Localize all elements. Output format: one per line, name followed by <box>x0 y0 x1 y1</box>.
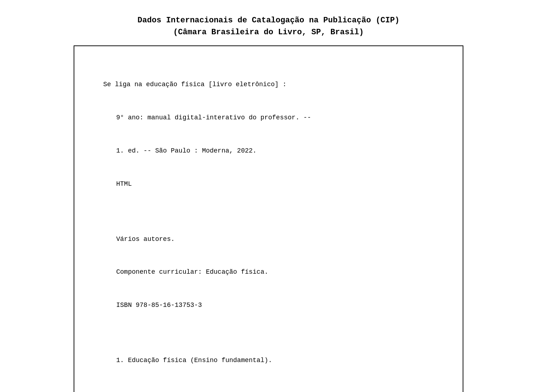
cip-main-line3: 1. ed. -- São Paulo : Moderna, 2022. <box>103 145 445 157</box>
header-title: Dados Internacionais de Catalogação na P… <box>74 14 463 38</box>
cip-box: Se liga na educação física [livro eletrô… <box>74 45 463 392</box>
page-container: Dados Internacionais de Catalogação na P… <box>52 0 485 392</box>
header-section: Dados Internacionais de Catalogação na P… <box>74 14 463 38</box>
cip-note1: Vários autores. <box>103 234 445 245</box>
cip-content: Se liga na educação física [livro eletrô… <box>103 57 445 388</box>
cip-main-line2: 9° ano: manual digital-interativo do pro… <box>103 112 445 123</box>
cip-note3: ISBN 978-85-16-13753-3 <box>103 300 445 311</box>
header-line1: Dados Internacionais de Catalogação na P… <box>74 14 463 26</box>
cip-main-line1: Se liga na educação física [livro eletrô… <box>103 79 445 90</box>
cip-main-line4: HTML <box>103 179 445 190</box>
header-line2: (Câmara Brasileira do Livro, SP, Brasil) <box>74 26 463 38</box>
cip-note2: Componente curricular: Educação física. <box>103 267 445 278</box>
cip-subject1: 1. Educação física (Ensino fundamental). <box>103 355 445 366</box>
